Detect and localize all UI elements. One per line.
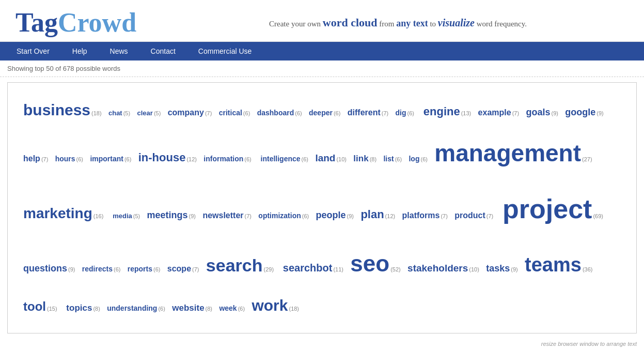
nav-news[interactable]: News: [99, 42, 139, 60]
nav-help[interactable]: Help: [61, 42, 99, 60]
logo-tag: Tag: [15, 8, 58, 37]
word-work: work(18): [252, 304, 299, 312]
word-example: example(7): [478, 108, 522, 117]
tagline-from: from: [379, 20, 394, 28]
word-product: product(7): [454, 211, 495, 220]
nav: Start Over Help News Contact Commercial …: [0, 42, 644, 60]
word-deeper: deeper(6): [309, 108, 343, 117]
word-company: company(7): [168, 108, 214, 117]
word-website: website(8): [172, 304, 214, 312]
resize-hint-text: resize browser window to arrange text: [541, 341, 637, 347]
word-media: media(5): [113, 211, 142, 220]
word-chat: chat(5): [108, 108, 133, 117]
word-link: link(8): [353, 154, 379, 163]
word-cloud: business(18) chat(5) clear(5) company(7)…: [7, 82, 637, 333]
word-help: help(7): [23, 154, 51, 163]
resize-hint: resize browser window to arrange text: [0, 339, 644, 349]
logo[interactable]: TagCrowd: [15, 9, 136, 36]
word-engine: engine(13): [423, 108, 474, 117]
word-scope: scope(7): [167, 264, 201, 273]
word-questions: questions(9): [23, 264, 77, 273]
word-optimization: optimization(6): [258, 211, 311, 220]
status-text: Showing top 50 of 678 possible words: [7, 65, 120, 72]
word-intelligence: intelligence(6): [261, 154, 311, 163]
nav-start-over[interactable]: Start Over: [5, 42, 61, 60]
tagline-visualize: visualize: [438, 17, 475, 28]
tagline-any-text: any text: [396, 18, 428, 28]
header: TagCrowd Create your own word cloud from…: [0, 0, 644, 42]
tagline-word-cloud: word cloud: [323, 16, 378, 29]
tagline: Create your own word cloud from any text…: [167, 16, 629, 29]
word-information: information(6): [203, 154, 254, 163]
word-searchbot: searchbot(11): [283, 264, 346, 273]
tagline-word-frequency: word frequency.: [477, 20, 527, 28]
word-stakeholders: stakeholders(10): [407, 264, 481, 273]
word-redirects: redirects(6): [82, 264, 123, 273]
word-seo: seo(52): [350, 264, 403, 273]
word-log: log(6): [409, 154, 430, 163]
word-in-house: in-house(12): [138, 154, 199, 163]
word-business: business(18): [23, 108, 104, 117]
word-newsletter: newsletter(7): [202, 211, 254, 220]
word-important: important(6): [90, 154, 133, 163]
word-week: week(6): [219, 304, 247, 312]
word-hours: hours(6): [55, 154, 86, 163]
tagline-your-own: your own: [291, 20, 321, 28]
word-reports: reports(6): [128, 264, 163, 273]
word-platforms: platforms(7): [402, 211, 450, 220]
nav-contact[interactable]: Contact: [139, 42, 187, 60]
word-project: project(69): [502, 211, 605, 220]
word-topics: topics(8): [66, 304, 102, 312]
word-dig: dig(6): [396, 108, 417, 117]
word-google: google(9): [565, 108, 606, 117]
word-critical: critical(6): [219, 108, 253, 117]
word-goals: goals(9): [526, 108, 560, 117]
word-management: management(27): [434, 154, 594, 163]
logo-crowd: Crowd: [58, 8, 136, 37]
word-understanding: understanding(6): [107, 304, 167, 312]
word-clear: clear(5): [137, 108, 163, 117]
nav-commercial-use[interactable]: Commercial Use: [187, 42, 263, 60]
word-meetings: meetings(9): [147, 211, 198, 220]
word-search: search(29): [206, 264, 276, 273]
word-list: list(6): [383, 154, 404, 163]
word-different: different(7): [348, 108, 391, 117]
word-tasks: tasks(9): [486, 264, 520, 273]
word-marketing: marketing(16): [23, 211, 106, 220]
status-bar: Showing top 50 of 678 possible words: [0, 60, 644, 77]
tagline-create: Create: [269, 20, 289, 28]
word-dashboard: dashboard(6): [257, 108, 304, 117]
word-tool: tool(15): [23, 304, 59, 312]
tagline-to: to: [430, 20, 436, 28]
word-plan: plan(12): [360, 211, 397, 220]
word-people: people(9): [316, 211, 356, 220]
word-teams: teams(36): [525, 264, 595, 273]
word-land: land(10): [315, 154, 349, 163]
